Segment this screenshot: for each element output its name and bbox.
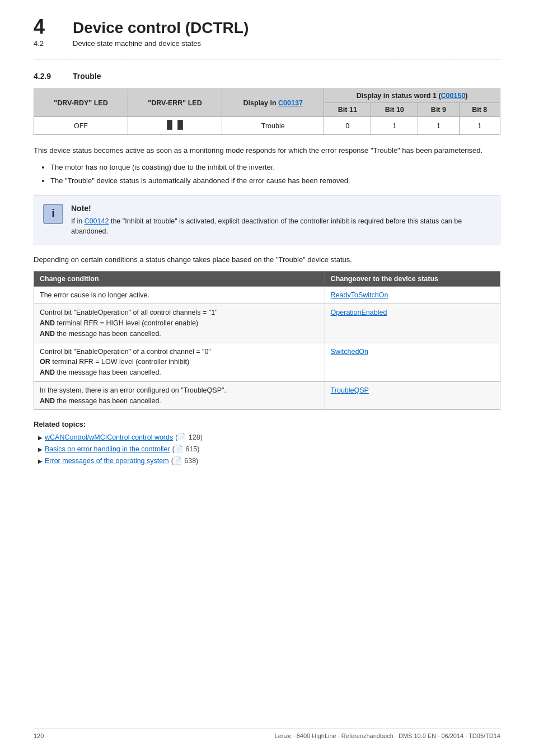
change-status-1[interactable]: OperationEnabled (325, 304, 500, 343)
page-number: 120 (34, 732, 44, 739)
note-box: i Note! If in C00142 the "Inhibit at tro… (34, 195, 500, 246)
divider (34, 59, 500, 59)
col1-header: "DRV-RDY" LED (34, 89, 128, 117)
chapter-number: 4 (34, 17, 73, 37)
change-condition-3: In the system, there is an error configu… (34, 381, 325, 410)
bullet-1: The motor has no torque (is coasting) du… (50, 162, 500, 173)
bit11-header: Bit 11 (324, 103, 371, 117)
note-text-after: the "Inhibit at trouble" is activated, e… (71, 217, 462, 236)
bit8-header: Bit 8 (459, 103, 500, 117)
status-link-1[interactable]: OperationEnabled (331, 309, 387, 316)
change-status-3[interactable]: TroubleQSP (325, 381, 500, 410)
related-item-1: Basics on error handling in the controll… (38, 445, 500, 453)
row-col3: Trouble (222, 117, 324, 135)
related-list: wCANControl/wMCIControl control words (📄… (38, 433, 500, 465)
product-info: Lenze · 8400 HighLine · Referenzhandbuch… (275, 732, 500, 739)
col4-header: Display in status word 1 (C00150) (324, 89, 500, 103)
change-condition-0: The error cause is no longer active. (34, 286, 325, 304)
related-item-2: Error messages of the operating system (… (38, 456, 500, 465)
status-table: "DRV-RDY" LED "DRV-ERR" LED Display in C… (34, 88, 500, 135)
change-col2-header: Changeover to the device status (325, 271, 500, 286)
c00150-link[interactable]: C00150 (441, 92, 466, 100)
bullet-list: The motor has no torque (is coasting) du… (50, 162, 500, 186)
section-title: Trouble (73, 72, 101, 81)
sub-number: 4.2 (34, 39, 73, 48)
related-page-2: (📄 638) (171, 456, 199, 465)
section-number: 4.2.9 (34, 72, 73, 81)
row-col1: OFF (34, 117, 128, 135)
c00137-link[interactable]: C00137 (278, 99, 303, 107)
sub-title: Device state machine and device states (73, 39, 201, 48)
related-page-0: (📄 128) (175, 433, 203, 441)
related-topics-title: Related topics: (34, 420, 500, 428)
bit9-val: 1 (418, 117, 459, 135)
led-blink-icon (167, 120, 183, 130)
led-bar-1 (167, 120, 172, 130)
note-text-before: If in (71, 217, 82, 225)
section-heading: 4.2.9 Trouble (34, 72, 500, 81)
bit9-header: Bit 9 (418, 103, 459, 117)
bit10-header: Bit 10 (371, 103, 418, 117)
bit10-val: 1 (371, 117, 418, 135)
col2-header: "DRV-ERR" LED (128, 89, 222, 117)
page-footer: 120 Lenze · 8400 HighLine · Referenzhand… (34, 729, 500, 739)
change-table: Change condition Changeover to the devic… (34, 271, 500, 410)
chapter-title: Device control (DCTRL) (73, 17, 249, 37)
bit11-val: 0 (324, 117, 371, 135)
sub-header: 4.2 Device state machine and device stat… (34, 39, 500, 48)
info-icon: i (43, 204, 63, 224)
c00142-link[interactable]: C00142 (85, 217, 109, 225)
note-text: If in C00142 the "Inhibit at trouble" is… (71, 216, 491, 237)
chapter-header: 4 Device control (DCTRL) (34, 17, 500, 37)
depend-text: Depending on certain conditions a status… (34, 254, 500, 265)
related-link-1[interactable]: Basics on error handling in the controll… (45, 445, 170, 453)
body-text: This device status becomes active as soo… (34, 145, 500, 156)
change-condition-2: Control bit "EnableOperation" of a contr… (34, 343, 325, 381)
row-col2 (128, 117, 222, 135)
related-link-2[interactable]: Error messages of the operating system (45, 457, 169, 465)
related-link-0[interactable]: wCANControl/wMCIControl control words (45, 433, 173, 441)
related-item-0: wCANControl/wMCIControl control words (📄… (38, 433, 500, 441)
change-status-0[interactable]: ReadyToSwitchOn (325, 286, 500, 304)
note-content: Note! If in C00142 the "Inhibit at troub… (71, 204, 491, 237)
change-status-2[interactable]: SwitchedOn (325, 343, 500, 381)
related-page-1: (📄 615) (172, 445, 200, 453)
bullet-2: The "Trouble" device status is automatic… (50, 175, 500, 186)
led-bar-2 (177, 120, 183, 130)
bit8-val: 1 (459, 117, 500, 135)
status-link-2[interactable]: SwitchedOn (331, 348, 368, 356)
col3-header: Display in C00137 (222, 89, 324, 117)
status-link-0[interactable]: ReadyToSwitchOn (331, 291, 388, 299)
note-title: Note! (71, 204, 491, 213)
status-link-3[interactable]: TroubleQSP (331, 386, 369, 394)
change-condition-1: Control bit "EnableOperation" of all con… (34, 304, 325, 343)
change-col1-header: Change condition (34, 271, 325, 286)
